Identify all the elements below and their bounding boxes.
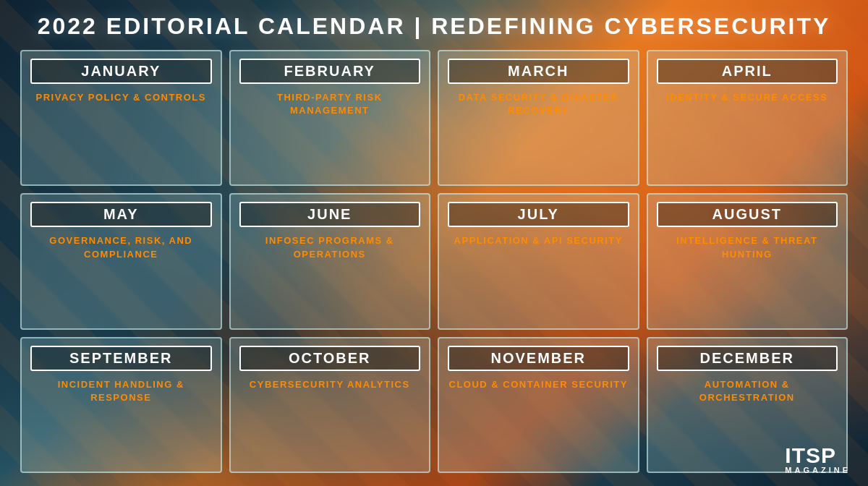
calendar-card-july: JULYAPPLICATION & API SECURITY bbox=[438, 193, 639, 329]
calendar-grid: JANUARYPRIVACY POLICY & CONTROLSFEBRUARY… bbox=[20, 50, 848, 473]
card-topic-july: APPLICATION & API SECURITY bbox=[454, 234, 623, 247]
month-badge-july: JULY bbox=[448, 202, 629, 227]
month-badge-march: MARCH bbox=[448, 59, 629, 84]
calendar-card-september: SEPTEMBERINCIDENT HANDLING & RESPONSE bbox=[20, 337, 222, 473]
month-badge-december: DECEMBER bbox=[657, 346, 838, 371]
month-badge-november: NOVEMBER bbox=[448, 346, 629, 371]
card-topic-november: CLOUD & CONTAINER SECURITY bbox=[449, 378, 628, 391]
month-badge-september: SEPTEMBER bbox=[30, 346, 212, 371]
month-badge-may: MAY bbox=[30, 202, 212, 227]
calendar-card-october: OCTOBERCYBERSECURITY ANALYTICS bbox=[229, 337, 431, 473]
calendar-card-november: NOVEMBERCLOUD & CONTAINER SECURITY bbox=[438, 337, 639, 473]
logo-name: ITSP bbox=[785, 445, 851, 466]
calendar-card-may: MAYGOVERNANCE, RISK, AND COMPLIANCE bbox=[20, 193, 222, 329]
card-topic-june: INFOSEC PROGRAMS & OPERATIONS bbox=[239, 234, 421, 260]
calendar-card-april: APRILIDENTITY & SECURE ACCESS bbox=[647, 50, 848, 186]
card-topic-september: INCIDENT HANDLING & RESPONSE bbox=[30, 378, 212, 404]
card-topic-february: THIRD-PARTY RISK MANAGEMENT bbox=[239, 91, 421, 117]
card-topic-december: AUTOMATION & ORCHESTRATION bbox=[657, 378, 838, 404]
month-badge-june: JUNE bbox=[239, 202, 421, 227]
month-badge-october: OCTOBER bbox=[239, 346, 421, 371]
calendar-card-january: JANUARYPRIVACY POLICY & CONTROLS bbox=[20, 50, 222, 186]
page-title: 2022 EDITORIAL CALENDAR | REDEFINING CYB… bbox=[20, 13, 848, 40]
month-badge-january: JANUARY bbox=[30, 59, 212, 84]
calendar-card-august: AUGUSTINTELLIGENCE & THREAT HUNTING bbox=[647, 193, 848, 329]
card-topic-may: GOVERNANCE, RISK, AND COMPLIANCE bbox=[30, 234, 212, 260]
month-badge-february: FEBRUARY bbox=[239, 59, 421, 84]
card-topic-august: INTELLIGENCE & THREAT HUNTING bbox=[657, 234, 838, 260]
card-topic-april: IDENTITY & SECURE ACCESS bbox=[666, 91, 827, 104]
calendar-card-february: FEBRUARYTHIRD-PARTY RISK MANAGEMENT bbox=[229, 50, 431, 186]
card-topic-january: PRIVACY POLICY & CONTROLS bbox=[36, 91, 206, 104]
card-topic-october: CYBERSECURITY ANALYTICS bbox=[250, 378, 410, 391]
calendar-card-march: MARCHDATA SECURITY & DISASTER RECOVERY bbox=[438, 50, 639, 186]
month-badge-august: AUGUST bbox=[657, 202, 838, 227]
logo: ITSP MAGAZINE bbox=[785, 445, 851, 474]
month-badge-april: APRIL bbox=[657, 59, 838, 84]
logo-sub: MAGAZINE bbox=[785, 466, 851, 474]
calendar-card-june: JUNEINFOSEC PROGRAMS & OPERATIONS bbox=[229, 193, 431, 329]
card-topic-march: DATA SECURITY & DISASTER RECOVERY bbox=[448, 91, 629, 117]
